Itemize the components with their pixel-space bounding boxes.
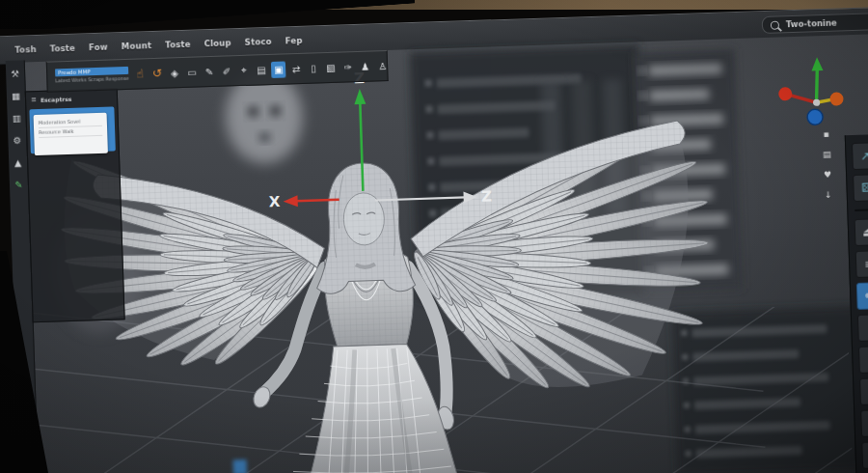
eject-icon[interactable]: ⏏ — [854, 218, 868, 246]
search-box[interactable] — [762, 13, 868, 34]
menu-item[interactable]: Fow — [89, 42, 108, 53]
mesh-figure-icon[interactable]: ♙ — [375, 57, 391, 73]
outliner-popup: Moderation Sovel Resource Walk — [34, 113, 108, 155]
pan-hand-icon[interactable]: ☝ — [132, 66, 148, 82]
viewport[interactable] — [24, 33, 868, 473]
sphere-icon[interactable]: ◉ — [860, 409, 868, 437]
grid-icon[interactable]: ▦ — [9, 89, 23, 103]
menu-item[interactable]: Fep — [285, 36, 303, 46]
figure-icon[interactable]: ♟ — [358, 58, 373, 74]
breadcrumb: Preado MMP Latest Works Scraps Response — [47, 65, 133, 87]
divider — [854, 209, 868, 211]
folder-icon[interactable]: ▣ — [271, 61, 286, 77]
menu-item[interactable]: Mount — [122, 41, 152, 51]
copy-icon[interactable]: ▤ — [254, 62, 269, 78]
link-icon[interactable]: ∞ — [858, 346, 868, 374]
pen-icon[interactable]: ✎ — [202, 63, 217, 79]
sliders-icon[interactable]: ≡ — [855, 250, 868, 278]
burger-icon: ≡ — [31, 96, 37, 103]
beads-icon[interactable]: ∴ — [859, 377, 868, 405]
outliner-selected-row[interactable]: Moderation Sovel Resource Walk — [29, 106, 115, 153]
outliner-panel: ≡ Escaptrss Moderation Sovel Resource Wa… — [25, 88, 125, 322]
brush-icon[interactable]: ✑ — [340, 59, 356, 75]
hand-down-icon[interactable]: ☟ — [857, 314, 868, 342]
printer-icon[interactable]: ▤ — [820, 149, 833, 160]
green-pen-icon[interactable]: ✎ — [12, 177, 26, 191]
menus: ToshTosteFowMountTosteCloupStocoFep — [0, 36, 303, 56]
lock-icon[interactable]: ◈ — [167, 65, 182, 81]
dice-icon[interactable]: ⚄ — [853, 174, 868, 202]
square-icon[interactable]: ▪ — [819, 128, 832, 140]
rotate-view-icon[interactable]: ↺ — [149, 65, 165, 81]
frame-icon[interactable]: ▭ — [184, 64, 200, 80]
wrench-icon[interactable]: ⚒ — [8, 67, 22, 81]
knife-icon[interactable]: ✐ — [219, 63, 234, 79]
menu-item[interactable]: Stoco — [245, 37, 272, 47]
trash-icon[interactable]: ▯ — [306, 60, 321, 76]
menu-item[interactable]: Cloup — [204, 38, 231, 48]
download-icon[interactable]: ↓ — [822, 189, 835, 201]
prism-icon[interactable]: ▲ — [11, 154, 25, 169]
breadcrumb-path: Latest Works Scraps Response — [55, 74, 129, 85]
monitor-bezel — [0, 0, 415, 29]
heart-icon[interactable]: ♥ — [821, 169, 834, 181]
search-input[interactable] — [784, 15, 868, 30]
gear-icon[interactable]: ⚙ — [10, 133, 24, 148]
viewport-side-icons: ▪▤♥↓ — [815, 128, 838, 202]
menu-item[interactable]: Toste — [165, 40, 191, 50]
menu-item[interactable]: Tosh — [14, 44, 37, 55]
menu-item[interactable]: Toste — [50, 43, 76, 54]
outliner-header: ≡ Escaptrss — [26, 89, 117, 107]
pen-tool-icon[interactable]: ✏ — [856, 282, 868, 310]
image-icon[interactable]: ▧ — [323, 59, 339, 75]
app-window: ZXZ ToshTosteFowMountTosteCloupStocoFep … — [0, 0, 868, 473]
arrow-ne-icon[interactable]: ↗ — [852, 142, 868, 170]
outliner-title: Escaptrss — [41, 95, 72, 102]
popup-line[interactable]: Resource Walk — [39, 126, 102, 138]
search-icon — [771, 20, 779, 29]
more-icon[interactable]: ⋯ — [861, 441, 868, 469]
toolbar-icons: ☝↺◈▭✎✐⌖▤▣⇄▯▧✑♟♙ — [132, 57, 390, 82]
transfer-icon[interactable]: ⇄ — [288, 60, 304, 76]
layout-icon[interactable]: ▥ — [9, 111, 23, 125]
target-icon[interactable]: ⌖ — [236, 62, 252, 78]
